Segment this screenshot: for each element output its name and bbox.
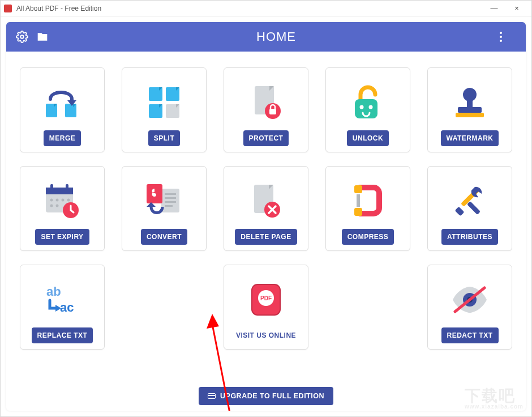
app-surface: HOME bbox=[6, 22, 526, 411]
upgrade-label: UPGRADE TO FULL EDITION bbox=[220, 392, 324, 400]
card-label: REDACT TXT bbox=[441, 327, 499, 343]
svg-rect-42 bbox=[165, 201, 176, 203]
card-compress[interactable]: COMPRESS bbox=[325, 166, 410, 251]
svg-point-36 bbox=[50, 205, 53, 207]
svg-point-37 bbox=[56, 205, 59, 207]
card-label: PROTECT bbox=[243, 130, 289, 146]
open-folder-button[interactable] bbox=[32, 27, 53, 47]
svg-rect-54 bbox=[467, 201, 480, 215]
card-label: REPLACE TXT bbox=[32, 327, 93, 343]
card-label: WATERMARK bbox=[441, 130, 499, 146]
delete-page-icon bbox=[250, 182, 282, 220]
svg-rect-39 bbox=[161, 189, 179, 212]
svg-point-32 bbox=[50, 199, 53, 202]
unlock-icon bbox=[351, 84, 384, 121]
upgrade-button[interactable]: UPGRADE TO FULL EDITION bbox=[199, 387, 333, 405]
svg-rect-6 bbox=[65, 104, 76, 117]
svg-rect-51 bbox=[357, 194, 360, 207]
pdf-badge-icon: PDF bbox=[247, 281, 285, 318]
card-label: ATTRIBUTES bbox=[441, 229, 498, 245]
tools-grid: MERGE SPLIT bbox=[29, 67, 503, 350]
card-label: VISIT US ONLINE bbox=[230, 327, 302, 343]
app-header: HOME bbox=[6, 22, 526, 52]
card-visit-online[interactable]: PDF VISIT US ONLINE bbox=[224, 265, 308, 350]
content-wrap: HOME bbox=[1, 16, 531, 416]
protect-icon bbox=[249, 84, 283, 121]
empty-slot bbox=[122, 265, 207, 350]
settings-button[interactable] bbox=[12, 27, 32, 47]
window-title: All About PDF - Free Edition bbox=[16, 5, 483, 12]
svg-rect-31 bbox=[66, 184, 68, 190]
svg-point-35 bbox=[67, 199, 70, 202]
card-label: MERGE bbox=[44, 130, 81, 146]
watermark: 下载吧 www.xiazaiba.com bbox=[465, 385, 524, 410]
card-label: UNLOCK bbox=[347, 130, 389, 146]
svg-rect-24 bbox=[456, 113, 484, 117]
svg-text:PDF: PDF bbox=[260, 295, 272, 301]
card-label: SPLIT bbox=[148, 130, 181, 146]
footer: UPGRADE TO FULL EDITION bbox=[6, 384, 526, 411]
svg-text:ac: ac bbox=[60, 300, 74, 314]
minimize-button[interactable]: — bbox=[483, 4, 505, 12]
card-label: DELETE PAGE bbox=[235, 229, 297, 245]
card-label: COMPRESS bbox=[342, 229, 394, 245]
svg-point-1 bbox=[500, 32, 502, 34]
svg-rect-29 bbox=[46, 188, 73, 194]
svg-rect-41 bbox=[165, 197, 176, 199]
card-set-expiry[interactable]: SET EXPIRY bbox=[20, 166, 105, 251]
svg-rect-30 bbox=[50, 184, 53, 190]
svg-point-23 bbox=[369, 105, 373, 109]
card-replace-txt[interactable]: ab ac REPLACE TXT bbox=[20, 265, 105, 350]
card-protect[interactable]: PROTECT bbox=[224, 67, 308, 152]
dots-vertical-icon bbox=[500, 32, 502, 42]
menu-button[interactable] bbox=[500, 32, 520, 42]
hide-eye-icon bbox=[449, 284, 490, 315]
svg-rect-4 bbox=[46, 104, 57, 117]
card-icon bbox=[208, 393, 216, 399]
replace-text-icon: ab ac bbox=[44, 283, 80, 316]
app-icon bbox=[4, 5, 12, 12]
card-split[interactable]: SPLIT bbox=[122, 67, 207, 152]
card-convert[interactable]: CONVERT bbox=[122, 166, 207, 251]
svg-rect-49 bbox=[354, 185, 362, 193]
card-label: CONVERT bbox=[141, 229, 187, 245]
svg-point-27 bbox=[463, 88, 477, 101]
page-title: HOME bbox=[53, 29, 500, 44]
svg-rect-50 bbox=[354, 208, 362, 216]
app-window: All About PDF - Free Edition — × HOME bbox=[0, 0, 532, 417]
convert-icon bbox=[144, 183, 184, 219]
svg-point-22 bbox=[360, 105, 364, 109]
card-delete-page[interactable]: DELETE PAGE bbox=[224, 166, 308, 251]
svg-point-33 bbox=[56, 199, 59, 202]
svg-point-0 bbox=[20, 35, 24, 39]
card-merge[interactable]: MERGE bbox=[20, 67, 105, 152]
tools-icon bbox=[452, 184, 487, 219]
split-icon bbox=[147, 85, 182, 120]
svg-point-2 bbox=[500, 36, 502, 38]
svg-rect-43 bbox=[165, 205, 173, 207]
tools-area: MERGE SPLIT bbox=[6, 52, 526, 384]
svg-rect-40 bbox=[165, 193, 176, 195]
card-watermark[interactable]: WATERMARK bbox=[427, 67, 512, 152]
clamp-icon bbox=[352, 183, 384, 219]
titlebar: All About PDF - Free Edition — × bbox=[1, 1, 531, 16]
calendar-clock-icon bbox=[44, 183, 81, 219]
empty-slot bbox=[325, 265, 410, 350]
close-button[interactable]: × bbox=[505, 4, 528, 12]
svg-point-34 bbox=[62, 199, 65, 202]
svg-point-3 bbox=[500, 40, 502, 42]
merge-icon bbox=[42, 86, 82, 120]
svg-text:ab: ab bbox=[46, 284, 61, 299]
card-attributes[interactable]: ATTRIBUTES bbox=[427, 166, 512, 251]
svg-rect-20 bbox=[269, 109, 276, 114]
card-label: SET EXPIRY bbox=[35, 229, 89, 245]
card-redact-txt[interactable]: REDACT TXT bbox=[427, 265, 512, 350]
stamp-icon bbox=[452, 86, 487, 120]
gear-icon bbox=[16, 31, 28, 43]
card-unlock[interactable]: UNLOCK bbox=[325, 67, 410, 152]
folder-icon bbox=[36, 31, 49, 42]
svg-rect-53 bbox=[455, 207, 465, 216]
